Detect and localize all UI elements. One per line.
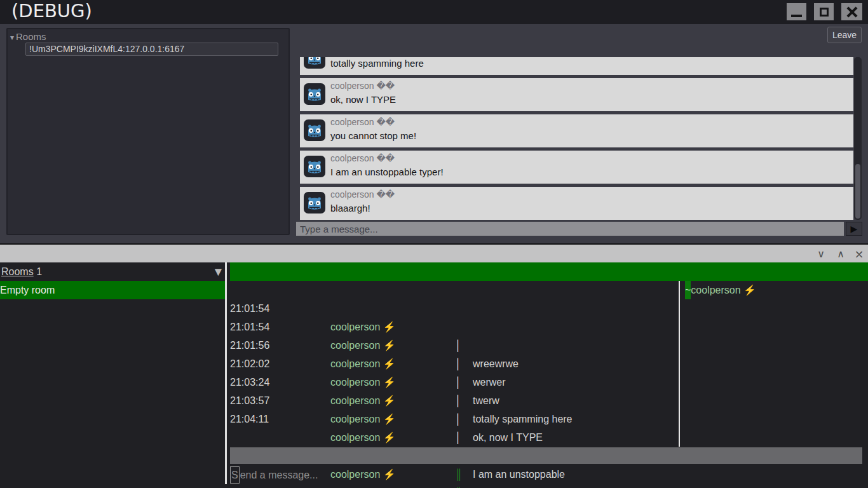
terminal-chat-row: 21:03:57 coolperson ⚡ │ you cannot stop …: [230, 373, 682, 391]
panel-chevron-up-icon[interactable]: ∧: [834, 245, 848, 262]
terminal-rooms-dropdown-icon[interactable]: ▼: [212, 262, 224, 281]
chat-message-text: you cannot stop me!: [330, 130, 416, 141]
godot-avatar-icon: [304, 119, 325, 141]
leave-button[interactable]: Leave: [827, 27, 862, 43]
chat-message-text: ok, now I TYPE: [330, 94, 396, 105]
godot-avatar-icon: [304, 57, 325, 69]
panel-chevron-down-icon[interactable]: ∨: [814, 245, 828, 262]
term-row-user: coolperson ⚡: [330, 465, 396, 484]
chat-message-row: coolperson �� ok, now I TYPE: [300, 78, 853, 111]
terminal-chat-row: 21:07:38 coolperson ⚡ ╨ blaaargh!: [230, 428, 682, 447]
term-row-sep: ║: [455, 465, 462, 484]
chat-message-list: coolperson �� totally spamming here cool…: [300, 57, 853, 220]
terminal-rooms-header[interactable]: Rooms 1: [1, 262, 42, 281]
chat-message-text: blaaargh!: [330, 203, 370, 214]
maximize-icon: [820, 8, 829, 17]
chat-message-username: coolperson ��: [330, 81, 395, 91]
chat-message-username: coolperson ��: [330, 153, 395, 163]
rooms-tree-panel: [6, 28, 290, 235]
godot-avatar-icon: [304, 156, 325, 177]
user-power-sigil: ~: [685, 281, 691, 299]
chat-message-text: totally spamming here: [330, 58, 424, 69]
chat-message-row: coolperson �� blaaargh!: [300, 187, 853, 220]
maximize-button[interactable]: [814, 3, 834, 20]
window-title: (DEBUG): [11, 0, 92, 22]
close-button[interactable]: [841, 3, 862, 20]
rooms-tree-label: Rooms: [16, 31, 46, 42]
terminal-chat-row: 21:04:11 coolperson ⚡ ║ I am an unstoppa…: [230, 391, 682, 410]
terminal-chat-row: 21:01:54 coolperson ⚡ │ wreewrwe: [230, 281, 682, 299]
terminal-userlist-divider: [679, 281, 680, 447]
term-row-text: I am an unstoppable: [473, 465, 565, 484]
chat-message-username: coolperson ��: [330, 189, 395, 200]
terminal-chat-row: 21:01:54 coolperson ⚡ │ werwer: [230, 299, 682, 318]
terminal-topic-bar: [230, 262, 868, 281]
debug-window-titlebar: (DEBUG): [0, 0, 868, 24]
terminal-chat-row: 21:03:24 coolperson ⚡ │ ok, now I TYPE: [230, 355, 682, 373]
chat-message-text: I am an unstoppable typer!: [330, 166, 444, 177]
panel-close-icon[interactable]: ×: [852, 245, 866, 262]
terminal-chat-row: 21:02:02 coolperson ⚡ │ totally spamming…: [230, 336, 682, 355]
minimize-icon: [791, 15, 802, 17]
terminal-sidebar-divider: [225, 262, 227, 484]
terminal-chat-rows: 21:01:54 coolperson ⚡ │ wreewrwe 21:01:5…: [230, 281, 682, 447]
terminal-chat-row: 21:01:56 coolperson ⚡ │ twerw: [230, 318, 682, 336]
minimize-button[interactable]: [787, 3, 806, 20]
chat-message-row: coolperson �� totally spamming here: [300, 57, 853, 75]
rooms-tree-header[interactable]: ▾Rooms: [10, 31, 46, 42]
send-icon: ▶: [851, 224, 858, 234]
godot-avatar-icon: [304, 83, 325, 105]
chat-message-row: coolperson �� I am an unstoppable typer!: [300, 151, 853, 184]
tree-collapse-icon: ▾: [10, 33, 14, 42]
close-icon: [846, 6, 858, 18]
room-tree-item[interactable]: !Um3PCMPI9kziIXMfL4:127.0.0.1:6167: [25, 43, 278, 56]
terminal-room-item-selected[interactable]: Empty room: [0, 281, 225, 299]
term-row-sep: ╨: [455, 484, 462, 488]
terminal-chat-row: ║ typer!: [230, 410, 682, 428]
chat-message-row: coolperson �� you cannot stop me!: [300, 114, 853, 147]
send-button[interactable]: ▶: [846, 222, 862, 236]
chat-message-input[interactable]: [296, 222, 844, 236]
terminal-message-input[interactable]: Send a message...: [230, 466, 318, 484]
terminal-rooms-label: Rooms: [1, 266, 34, 277]
chat-message-username: coolperson ��: [330, 117, 395, 127]
terminal-userlist-entry[interactable]: ~coolperson ⚡: [685, 281, 756, 299]
terminal-input-placeholder: end a message...: [240, 470, 318, 480]
terminal-panel-titlebar[interactable]: [0, 245, 868, 262]
terminal-input-cursor: S: [230, 466, 240, 484]
user-nick: coolperson ⚡: [691, 285, 756, 295]
terminal-status-bar: [230, 447, 862, 464]
term-row-text: typer!: [473, 484, 498, 488]
chat-scrollbar-thumb[interactable]: [855, 164, 860, 219]
godot-avatar-icon: [304, 192, 325, 214]
terminal-rooms-count: 1: [36, 266, 42, 277]
